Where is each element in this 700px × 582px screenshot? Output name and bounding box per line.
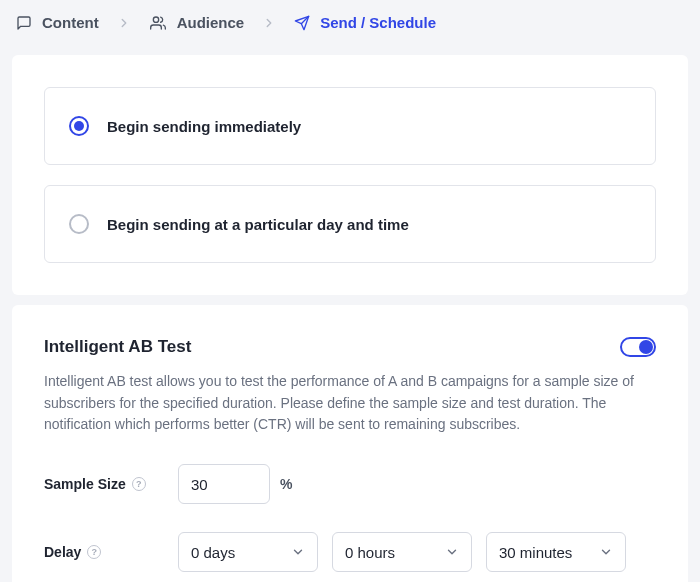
step-content[interactable]: Content	[16, 14, 99, 31]
chevron-down-icon	[599, 545, 613, 559]
step-content-label: Content	[42, 14, 99, 31]
option-send-immediately[interactable]: Begin sending immediately	[44, 87, 656, 165]
option-scheduled-label: Begin sending at a particular day and ti…	[107, 216, 409, 233]
content-icon	[16, 15, 32, 31]
sample-size-input[interactable]	[178, 464, 270, 504]
step-send-label: Send / Schedule	[320, 14, 436, 31]
delay-days-select[interactable]: 0 days	[178, 532, 318, 572]
sample-size-label: Sample Size ?	[44, 476, 178, 492]
chevron-down-icon	[291, 545, 305, 559]
chevron-right-icon	[117, 16, 131, 30]
sample-size-row: Sample Size ? %	[44, 464, 656, 504]
option-send-scheduled[interactable]: Begin sending at a particular day and ti…	[44, 185, 656, 263]
ab-test-card: Intelligent AB Test Intelligent AB test …	[12, 305, 688, 582]
delay-label: Delay ?	[44, 544, 178, 560]
chevron-right-icon	[262, 16, 276, 30]
step-audience[interactable]: Audience	[149, 14, 245, 31]
ab-header: Intelligent AB Test	[44, 337, 656, 357]
step-send[interactable]: Send / Schedule	[294, 14, 436, 31]
step-audience-label: Audience	[177, 14, 245, 31]
chevron-down-icon	[445, 545, 459, 559]
sample-size-label-text: Sample Size	[44, 476, 126, 492]
svg-point-0	[153, 17, 158, 22]
delay-minutes-value: 30 minutes	[499, 544, 572, 561]
delay-label-text: Delay	[44, 544, 81, 560]
ab-description: Intelligent AB test allows you to test t…	[44, 371, 656, 436]
radio-unselected[interactable]	[69, 214, 89, 234]
help-icon[interactable]: ?	[87, 545, 101, 559]
help-icon[interactable]: ?	[132, 477, 146, 491]
step-bar: Content Audience Send / Schedule	[0, 0, 700, 45]
delay-hours-value: 0 hours	[345, 544, 395, 561]
delay-hours-select[interactable]: 0 hours	[332, 532, 472, 572]
audience-icon	[149, 15, 167, 31]
send-options-card: Begin sending immediately Begin sending …	[12, 55, 688, 295]
delay-row: Delay ? 0 days 0 hours 30 minutes	[44, 532, 656, 572]
ab-title: Intelligent AB Test	[44, 337, 191, 357]
delay-days-value: 0 days	[191, 544, 235, 561]
ab-toggle[interactable]	[620, 337, 656, 357]
option-immediate-label: Begin sending immediately	[107, 118, 301, 135]
sample-unit: %	[280, 476, 292, 492]
radio-selected[interactable]	[69, 116, 89, 136]
delay-minutes-select[interactable]: 30 minutes	[486, 532, 626, 572]
send-icon	[294, 15, 310, 31]
